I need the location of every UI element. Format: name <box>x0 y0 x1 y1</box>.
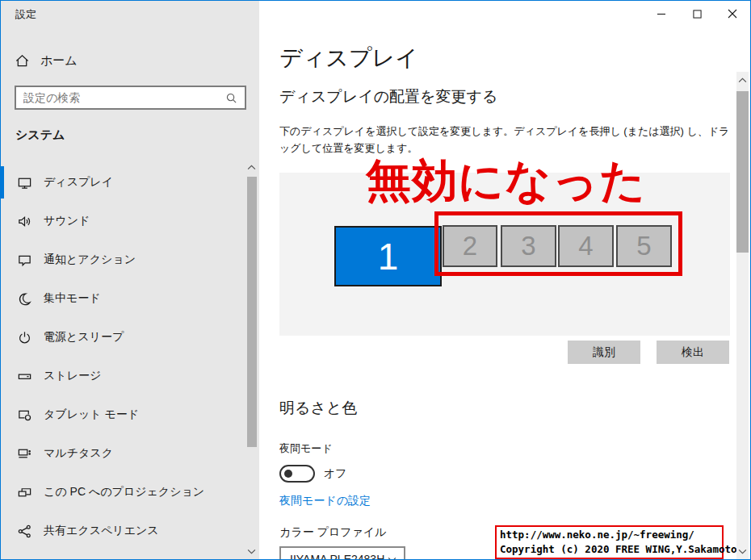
notifications-icon <box>17 253 32 268</box>
sidebar-item-label: 電源とスリープ <box>44 330 124 345</box>
night-mode-toggle[interactable] <box>279 465 315 483</box>
main-scrollbar-thumb[interactable] <box>736 91 749 253</box>
display-1[interactable]: 1 <box>334 226 442 286</box>
watermark-copyright: Copyright (c) 2020 FREE WING,Y.Sakamoto <box>500 542 719 557</box>
color-profile-dropdown[interactable]: IIYAMA PLE2483H <box>279 546 405 560</box>
share-icon <box>17 524 32 539</box>
night-mode-state: オフ <box>324 466 347 481</box>
sidebar-item-label: この PC へのプロジェクション <box>44 485 204 499</box>
sidebar-item-sound[interactable]: サウンド <box>1 202 246 240</box>
sidebar-home-label: ホーム <box>40 53 78 69</box>
home-icon <box>15 53 30 69</box>
sidebar-scroll-down-icon[interactable] <box>245 546 257 556</box>
night-mode-label: 夜間モード <box>279 441 333 456</box>
storage-icon <box>17 369 32 384</box>
close-button[interactable] <box>715 1 750 27</box>
sidebar-section-header: システム <box>15 127 65 143</box>
sidebar-item-power[interactable]: 電源とスリープ <box>1 318 246 357</box>
toggle-knob <box>284 470 292 478</box>
sidebar-item-label: ストレージ <box>44 369 101 383</box>
window-title: 設定 <box>15 7 36 22</box>
sidebar-item-projecting[interactable]: この PC へのプロジェクション <box>1 473 246 512</box>
minimize-button[interactable] <box>644 1 679 27</box>
annotation-text: 無効になった <box>366 151 646 212</box>
sidebar-item-shared-experiences[interactable]: 共有エクスペリエンス <box>1 512 246 550</box>
display-icon <box>17 175 32 190</box>
sidebar-item-label: 通知とアクション <box>44 253 136 267</box>
sidebar-item-multitasking[interactable]: マルチタスク <box>1 434 246 473</box>
sidebar-item-label: 集中モード <box>44 291 101 306</box>
annotation-highlight-rectangle <box>434 211 682 276</box>
settings-window: 設定 ホーム システム ディスプレイ <box>0 0 751 560</box>
sidebar-item-notifications[interactable]: 通知とアクション <box>1 240 246 279</box>
search-icon[interactable] <box>225 92 237 104</box>
sidebar-item-home[interactable]: ホーム <box>15 49 176 72</box>
sidebar-scrollbar-thumb[interactable] <box>247 177 257 447</box>
sidebar-item-label: タブレット モード <box>44 407 139 422</box>
chevron-down-icon <box>388 557 396 560</box>
detect-button[interactable]: 検出 <box>657 341 729 364</box>
sound-icon <box>17 214 32 229</box>
sidebar-scroll-up-icon[interactable] <box>245 162 257 172</box>
maximize-button[interactable] <box>679 1 715 27</box>
projection-icon <box>17 485 32 500</box>
main-scroll-up-icon[interactable] <box>736 75 749 85</box>
sidebar-item-tablet-mode[interactable]: タブレット モード <box>1 395 246 434</box>
page-title: ディスプレイ <box>279 43 418 73</box>
display-number: 1 <box>378 235 399 278</box>
search-box <box>15 86 246 110</box>
sidebar-item-label: ディスプレイ <box>44 175 113 190</box>
sidebar-item-label: 共有エクスペリエンス <box>44 524 159 538</box>
power-icon <box>17 330 32 345</box>
focus-icon <box>17 291 32 307</box>
sidebar-item-label: マルチタスク <box>44 446 113 461</box>
multitask-icon <box>17 446 32 462</box>
sidebar-nav: ディスプレイ サウンド 通知とアクション <box>1 163 246 550</box>
watermark-box: http://www.neko.ne.jp/~freewing/ Copyrig… <box>495 525 724 559</box>
sidebar-item-label: サウンド <box>44 214 90 228</box>
sidebar-item-storage[interactable]: ストレージ <box>1 357 246 395</box>
window-controls <box>644 1 750 27</box>
watermark-url: http://www.neko.ne.jp/~freewing/ <box>500 528 719 542</box>
main-scroll-down-icon[interactable] <box>736 546 749 556</box>
color-profile-value: IIYAMA PLE2483H <box>281 553 388 560</box>
night-mode-settings-link[interactable]: 夜間モードの設定 <box>279 494 371 508</box>
brightness-section-heading: 明るさと色 <box>279 398 357 419</box>
identify-button[interactable]: 識別 <box>568 341 640 364</box>
arrange-section-heading: ディスプレイの配置を変更する <box>279 86 497 107</box>
color-profile-label: カラー プロファイル <box>279 525 387 540</box>
sidebar-item-display[interactable]: ディスプレイ <box>1 163 246 202</box>
tablet-icon <box>17 407 32 423</box>
sidebar-item-focus[interactable]: 集中モード <box>1 279 246 318</box>
search-input[interactable] <box>16 91 225 104</box>
